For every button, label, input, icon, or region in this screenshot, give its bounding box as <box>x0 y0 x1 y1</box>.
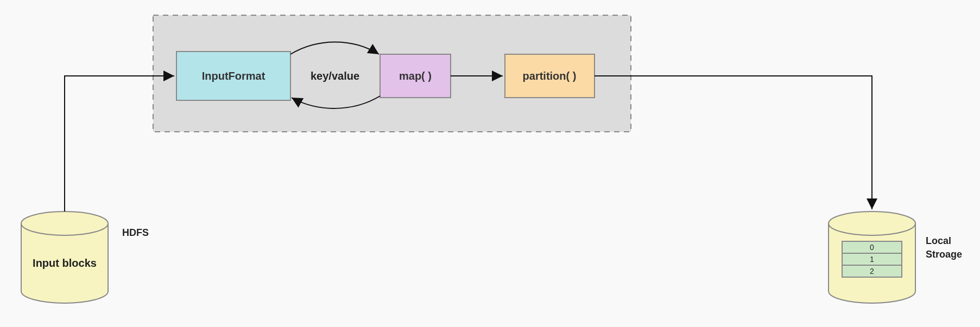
map-label: map( ) <box>399 70 432 82</box>
keyvalue-label: key/value <box>311 70 359 82</box>
local-storage-label-2: Stroage <box>926 249 962 260</box>
svg-point-4 <box>21 211 108 235</box>
inputformat-label: InputFormat <box>202 70 265 82</box>
input-blocks-label: Input blocks <box>33 257 97 269</box>
arrow-partition-to-localstorage <box>595 76 872 209</box>
local-storage-label-1: Local <box>926 235 951 246</box>
hdfs-label: HDFS <box>122 227 149 238</box>
slot-2-label: 2 <box>870 267 874 275</box>
svg-point-9 <box>829 211 915 235</box>
slot-0-label: 0 <box>870 243 874 252</box>
partition-label: partition( ) <box>523 70 577 82</box>
slot-1-label: 1 <box>870 255 874 264</box>
